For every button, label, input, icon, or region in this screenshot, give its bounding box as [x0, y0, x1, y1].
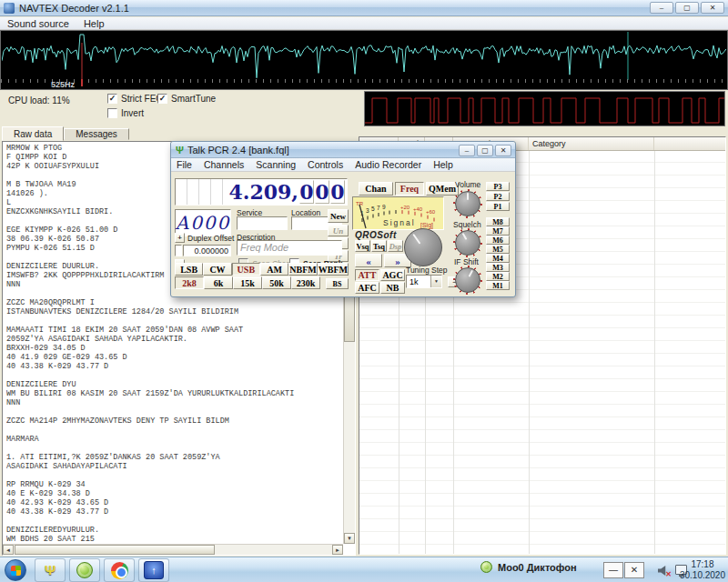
- navtex-titlebar[interactable]: NAVTEX Decoder v2.1.1 – ▢ ✕: [0, 0, 728, 16]
- menu-help[interactable]: Help: [433, 159, 453, 170]
- volume-muted-icon[interactable]: ✕: [658, 566, 668, 576]
- att-button[interactable]: ATT: [355, 269, 379, 281]
- taskbar-chrome-app[interactable]: [104, 558, 135, 582]
- filter-50k-button[interactable]: 50k: [262, 276, 291, 289]
- widget-close-icon[interactable]: ✕: [624, 562, 644, 578]
- description-field[interactable]: Freq Mode: [237, 240, 342, 256]
- talkpcr-titlebar[interactable]: Ψ Talk PCR 2.4 [bank.fql] – ▢ ✕: [171, 142, 515, 158]
- if-shift-knob[interactable]: [453, 266, 482, 295]
- vsq-button[interactable]: Vsq: [355, 240, 370, 252]
- mode-cw-button[interactable]: CW: [203, 263, 231, 276]
- checkbox-empty-icon[interactable]: [107, 108, 117, 118]
- un-button[interactable]: Un: [328, 225, 349, 236]
- taskbar-navtex-app[interactable]: ↑: [138, 558, 169, 582]
- column-category[interactable]: Category: [529, 137, 654, 150]
- raw-horizontal-scrollbar[interactable]: ◄ ►: [3, 544, 343, 555]
- tuning-step-select[interactable]: 1k ▼: [406, 275, 442, 288]
- widget-minimize-icon[interactable]: —: [603, 562, 623, 578]
- service-field[interactable]: [237, 216, 288, 230]
- scroll-down-icon[interactable]: ▼: [344, 533, 355, 544]
- filter-15k-button[interactable]: 15k: [233, 276, 262, 289]
- frequency-value[interactable]: 4.209,: [223, 179, 298, 205]
- volume-label: Volume: [455, 180, 480, 189]
- mode-wbfm-button[interactable]: WBFM: [318, 263, 349, 276]
- checkmark-icon[interactable]: ✓: [107, 94, 117, 104]
- m4-button[interactable]: M4: [486, 254, 510, 263]
- smarttune-checkbox[interactable]: ✓ SmartTune: [157, 94, 216, 104]
- m3-button[interactable]: M3: [486, 263, 510, 272]
- mode-lsb-button[interactable]: LSB: [175, 263, 203, 276]
- start-button[interactable]: [5, 559, 26, 581]
- duplex-lock-box[interactable]: [175, 245, 182, 256]
- menu-channels[interactable]: Channels: [204, 159, 244, 170]
- minimize-icon[interactable]: –: [459, 145, 475, 156]
- scroll-right-icon[interactable]: ►: [332, 545, 343, 555]
- p2-button[interactable]: P2: [486, 192, 510, 201]
- taskbar-clock[interactable]: 17:18 30.10.2020: [680, 559, 725, 581]
- m7-button[interactable]: M7: [486, 226, 510, 236]
- nb-button[interactable]: NB: [380, 282, 405, 294]
- scrollbar-thumb[interactable]: [15, 545, 215, 555]
- m8-button[interactable]: M8: [486, 217, 510, 226]
- scroll-left-icon[interactable]: ◄: [3, 545, 14, 555]
- menu-audio-recorder[interactable]: Audio Recorder: [355, 159, 421, 170]
- afc-button[interactable]: AFC: [355, 282, 379, 294]
- step-down-icon[interactable]: «: [355, 254, 382, 267]
- volume-knob[interactable]: [453, 189, 482, 218]
- mode-usb-button[interactable]: USB: [232, 263, 260, 276]
- invert-checkbox[interactable]: Invert: [107, 108, 144, 118]
- menu-controls[interactable]: Controls: [308, 159, 343, 170]
- service-input[interactable]: [238, 221, 287, 233]
- meter-scale-20: +20: [400, 205, 410, 210]
- frequency-display[interactable]: 4.209, 0 0 0: [175, 178, 348, 206]
- checkmark-icon[interactable]: ✓: [157, 94, 167, 104]
- m1-button[interactable]: M1: [486, 281, 510, 290]
- p1-button[interactable]: P1: [486, 202, 510, 211]
- close-icon[interactable]: ✕: [701, 2, 724, 14]
- moo0-widget[interactable]: Moo0 Диктофон: [480, 561, 577, 573]
- filter-2k8-button[interactable]: 2k8: [175, 276, 204, 289]
- squelch-knob[interactable]: [453, 228, 482, 257]
- tab-raw-data[interactable]: Raw data: [2, 126, 64, 141]
- mode-nbfm-button[interactable]: NBFM: [288, 263, 317, 276]
- menu-file[interactable]: File: [177, 159, 192, 170]
- filter-230k-button[interactable]: 230k: [291, 276, 320, 289]
- tuning-knob[interactable]: [404, 228, 442, 266]
- grid-line: [529, 151, 530, 554]
- tab-messages[interactable]: Messages: [64, 128, 129, 140]
- qmem-button[interactable]: QMem: [426, 182, 459, 196]
- p3-button[interactable]: P3: [486, 182, 510, 191]
- close-icon[interactable]: ✕: [495, 145, 511, 156]
- new-button[interactable]: New: [328, 209, 349, 223]
- minimize-icon[interactable]: –: [650, 2, 673, 14]
- m6-button[interactable]: M6: [486, 236, 510, 245]
- filter-6k-button[interactable]: 6k: [204, 276, 233, 289]
- tsq-button[interactable]: Tsq: [371, 240, 387, 252]
- meter-signal-label: Signal: [383, 218, 416, 227]
- taskbar-antenna-app[interactable]: Ψ: [35, 558, 66, 582]
- strict-fec-checkbox[interactable]: ✓ Strict FEC: [107, 94, 163, 104]
- maximize-icon[interactable]: ▢: [477, 145, 493, 156]
- taskbar-moo0-app[interactable]: [69, 558, 100, 582]
- m2-button[interactable]: M2: [486, 272, 510, 281]
- freq-button[interactable]: Freq: [395, 182, 424, 196]
- mode-am-button[interactable]: AM: [260, 263, 288, 276]
- maximize-icon[interactable]: ▢: [675, 2, 699, 14]
- duplex-plus-button[interactable]: +: [175, 233, 185, 243]
- menu-help[interactable]: Help: [84, 18, 105, 29]
- bs-button[interactable]: BS: [326, 278, 349, 289]
- dsp-button[interactable]: Dsp: [388, 240, 403, 252]
- duplex-offset-value[interactable]: 0.000000: [183, 245, 231, 256]
- clock-date: 30.10.2020: [680, 570, 725, 581]
- chevron-down-icon[interactable]: ▼: [430, 276, 441, 287]
- frequency-digit[interactable]: 0: [315, 180, 329, 204]
- menu-sound-source[interactable]: Sound source: [7, 18, 69, 29]
- frequency-digit[interactable]: 0: [299, 180, 314, 204]
- m5-button[interactable]: M5: [486, 245, 510, 254]
- spectrum-display[interactable]: 525Hz: [0, 30, 728, 90]
- frequency-digit[interactable]: 0: [330, 180, 345, 204]
- menu-scanning[interactable]: Scanning: [256, 159, 296, 170]
- invert-label: Invert: [121, 108, 144, 118]
- agc-button[interactable]: AGC: [380, 269, 405, 281]
- chan-button[interactable]: Chan: [359, 182, 393, 196]
